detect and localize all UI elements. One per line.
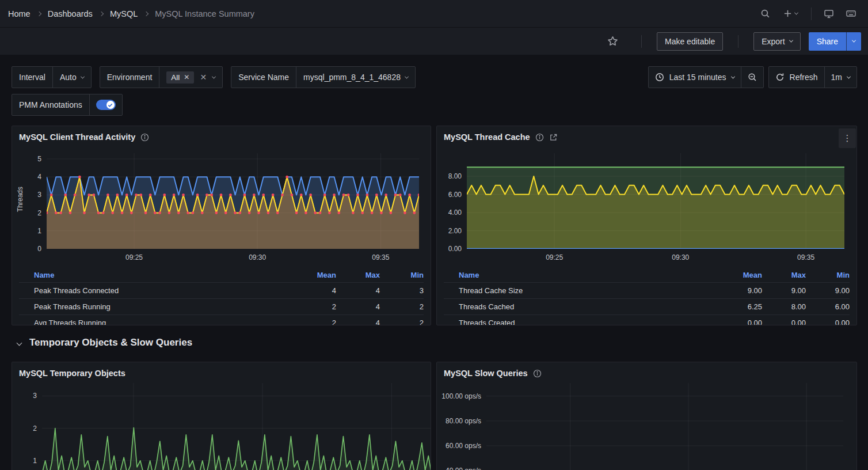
series-name[interactable]: Threads Created bbox=[459, 319, 718, 325]
panel-title[interactable]: MySQL Thread Cache bbox=[444, 132, 530, 142]
zoom-out-time-button[interactable] bbox=[741, 67, 763, 88]
share-button[interactable]: Share bbox=[809, 32, 846, 51]
slow-queries-plot[interactable] bbox=[486, 383, 843, 470]
series-name[interactable]: Threads Cached bbox=[459, 302, 718, 311]
series-name[interactable]: Thread Cache Size bbox=[459, 286, 718, 295]
panel-header: MySQL Temporary Objects bbox=[12, 362, 431, 384]
make-editable-button[interactable]: Make editable bbox=[657, 32, 723, 51]
thread-activity-chart[interactable]: Threads01234509:2509:3009:35 bbox=[12, 149, 431, 264]
thread-activity-plot[interactable] bbox=[47, 153, 419, 249]
legend-col-name[interactable]: Name bbox=[34, 271, 292, 279]
refresh-group: Refresh 1m bbox=[768, 66, 857, 88]
x-tick-label: 09:25 bbox=[534, 253, 574, 261]
y-tick-label: 3 bbox=[12, 392, 37, 400]
pmm-annotations-label: PMM Annotations bbox=[12, 94, 90, 115]
series-max: 9.00 bbox=[762, 286, 806, 295]
add-button[interactable] bbox=[778, 5, 803, 23]
interval-select[interactable]: Auto bbox=[53, 67, 91, 88]
panel-header: MySQL Thread Cache bbox=[437, 126, 856, 148]
legend-col-name[interactable]: Name bbox=[459, 271, 718, 279]
external-link-icon[interactable] bbox=[549, 133, 558, 142]
kiosk-mode-button[interactable] bbox=[820, 5, 838, 23]
pmm-annotations-control: PMM Annotations bbox=[12, 94, 123, 116]
zoom-out-icon bbox=[748, 73, 757, 82]
y-tick-label: 4 bbox=[12, 173, 41, 181]
y-tick-label: 80.00 ops/s bbox=[437, 417, 481, 425]
pmm-annotations-toggle[interactable] bbox=[96, 100, 116, 110]
temp-objects-plot[interactable] bbox=[42, 383, 431, 470]
panel-title[interactable]: MySQL Temporary Objects bbox=[19, 369, 125, 378]
y-tick-label: 2.00 bbox=[437, 227, 462, 235]
series-name[interactable]: Avg Threads Running bbox=[34, 319, 292, 325]
time-range-picker[interactable]: Last 15 minutes bbox=[649, 67, 741, 88]
breadcrumb: Home Dashboards MySQL MySQL Instance Sum… bbox=[8, 9, 254, 18]
interval-value: Auto bbox=[60, 73, 77, 82]
keyboard-shortcuts-button[interactable] bbox=[842, 5, 860, 23]
x-tick-label: 09:25 bbox=[114, 253, 154, 261]
panel-menu-button[interactable]: ⋮ bbox=[839, 128, 856, 148]
series-name[interactable]: Peak Threads Connected bbox=[34, 286, 292, 295]
legend-col-max[interactable]: Max bbox=[336, 271, 380, 279]
environment-chip-all[interactable]: All ✕ bbox=[166, 71, 194, 84]
legend-table: Name Mean Max Min Peak Threads Connected… bbox=[19, 267, 424, 325]
search-icon bbox=[760, 9, 770, 18]
y-tick-label: 8.00 bbox=[437, 172, 462, 180]
favorite-button[interactable] bbox=[603, 32, 622, 51]
info-icon[interactable] bbox=[533, 369, 542, 378]
check-icon bbox=[106, 101, 115, 109]
legend-col-min[interactable]: Min bbox=[380, 271, 424, 279]
star-icon bbox=[607, 36, 618, 47]
legend-col-mean[interactable]: Mean bbox=[718, 271, 762, 279]
refresh-label: Refresh bbox=[790, 73, 818, 82]
panel-title[interactable]: MySQL Slow Queries bbox=[444, 369, 528, 378]
service-name-select[interactable]: mysql_pmm_8_4_1_46828 bbox=[296, 67, 415, 88]
chevron-right-icon bbox=[144, 11, 149, 16]
refresh-interval-select[interactable]: 1m bbox=[825, 67, 856, 88]
share-dropdown-button[interactable] bbox=[846, 32, 861, 51]
series-mean: 0.00 bbox=[718, 319, 762, 325]
legend-row: Peak Threads Running 2 4 2 bbox=[19, 298, 424, 314]
breadcrumb-home[interactable]: Home bbox=[8, 9, 31, 18]
y-tick-label: 0.00 bbox=[437, 245, 462, 253]
clear-selection-icon[interactable]: ✕ bbox=[200, 73, 207, 82]
info-icon[interactable] bbox=[140, 133, 149, 142]
y-tick-label: 2 bbox=[12, 209, 41, 217]
y-tick-label: 6.00 bbox=[437, 191, 462, 199]
chevron-down-icon bbox=[789, 39, 793, 43]
series-min: 6.00 bbox=[806, 302, 850, 311]
search-button[interactable] bbox=[756, 5, 774, 23]
thread-cache-plot[interactable] bbox=[467, 153, 844, 249]
chevron-down-icon bbox=[17, 340, 22, 346]
x-tick-label: 09:30 bbox=[660, 253, 701, 261]
panel-mysql-client-thread-activity: MySQL Client Thread Activity Threads0123… bbox=[12, 126, 431, 325]
chevron-down-icon bbox=[794, 11, 798, 15]
time-picker-group: Last 15 minutes bbox=[648, 66, 764, 88]
x-tick-label: 09:35 bbox=[786, 253, 826, 261]
slow-queries-chart[interactable]: 40.00 ops/s60.00 ops/s80.00 ops/s100.00 … bbox=[437, 383, 856, 470]
series-max: 0.00 bbox=[762, 319, 806, 325]
series-name[interactable]: Peak Threads Running bbox=[34, 302, 292, 311]
panel-mysql-temporary-objects: MySQL Temporary Objects 123 bbox=[12, 362, 431, 470]
legend-col-max[interactable]: Max bbox=[762, 271, 806, 279]
section-temporary-objects-slow-queries[interactable]: Temporary Objects & Slow Queries bbox=[12, 337, 192, 348]
time-range-label: Last 15 minutes bbox=[669, 73, 726, 82]
legend-col-mean[interactable]: Mean bbox=[292, 271, 336, 279]
breadcrumb-dashboards[interactable]: Dashboards bbox=[48, 9, 93, 18]
breadcrumb-mysql[interactable]: MySQL bbox=[110, 9, 138, 18]
export-button[interactable]: Export bbox=[753, 32, 800, 51]
panel-title[interactable]: MySQL Client Thread Activity bbox=[19, 132, 135, 142]
legend-table: Name Mean Max Min Thread Cache Size 9.00… bbox=[444, 267, 850, 325]
series-min: 2 bbox=[380, 302, 424, 311]
info-icon[interactable] bbox=[535, 133, 544, 142]
section-title: Temporary Objects & Slow Queries bbox=[29, 337, 192, 348]
chip-remove-icon[interactable]: ✕ bbox=[184, 73, 189, 81]
chevron-down-icon bbox=[212, 74, 216, 78]
service-name-label: Service Name bbox=[231, 67, 296, 88]
refresh-button[interactable]: Refresh bbox=[769, 67, 824, 88]
thread-cache-chart[interactable]: 0.002.004.006.008.0009:2509:3009:35 bbox=[437, 149, 856, 264]
legend-col-min[interactable]: Min bbox=[806, 271, 850, 279]
environment-select[interactable]: All ✕ ✕ bbox=[159, 67, 222, 88]
temporary-objects-chart[interactable]: 123 bbox=[12, 383, 431, 470]
x-tick-label: 09:35 bbox=[360, 253, 401, 261]
monitor-icon bbox=[824, 9, 834, 19]
